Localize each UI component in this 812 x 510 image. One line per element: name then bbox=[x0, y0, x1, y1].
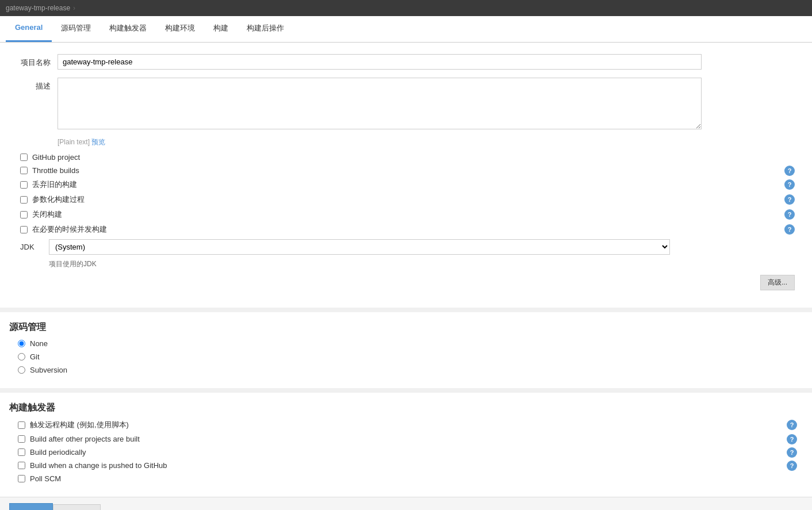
jdk-hint: 项目使用的JDK bbox=[12, 259, 800, 269]
project-name-row: 项目名称 bbox=[12, 54, 800, 70]
close-build-checkbox[interactable] bbox=[20, 211, 28, 218]
build-on-push-label: Build when a change is pushed to GitHub bbox=[30, 461, 167, 470]
close-build-help-icon[interactable]: ? bbox=[784, 209, 795, 220]
section-divider-1 bbox=[0, 308, 812, 312]
build-on-push-help-icon[interactable]: ? bbox=[787, 461, 797, 471]
project-name-label: 项目名称 bbox=[12, 54, 58, 68]
throttle-builds-checkbox[interactable] bbox=[20, 167, 28, 174]
build-after-others-help-icon[interactable]: ? bbox=[787, 434, 797, 444]
radio-subversion: Subversion bbox=[9, 366, 803, 374]
param-build-help-icon[interactable]: ? bbox=[784, 194, 795, 205]
checkbox-trigger-remote: 触发远程构建 (例如,使用脚本) ? bbox=[9, 420, 803, 430]
plain-text-hint: [Plain text] 预览 bbox=[58, 137, 800, 147]
description-label: 描述 bbox=[12, 78, 58, 91]
build-periodically-checkbox[interactable] bbox=[18, 448, 25, 456]
scm-subversion-radio[interactable] bbox=[18, 366, 25, 374]
build-trigger-section: 构建触发器 触发远程构建 (例如,使用脚本) ? Build after oth… bbox=[0, 393, 812, 497]
github-project-label: GitHub project bbox=[32, 153, 80, 162]
checkbox-close-build: 关闭构建 ? bbox=[12, 209, 800, 220]
checkbox-build-after-others: Build after other projects are built ? bbox=[9, 435, 803, 443]
scm-subversion-label: Subversion bbox=[30, 366, 67, 374]
trigger-remote-label: 触发远程构建 (例如,使用脚本) bbox=[30, 420, 129, 430]
build-periodically-help-icon[interactable]: ? bbox=[787, 447, 797, 458]
source-section-title: 源码管理 bbox=[0, 312, 812, 339]
checkbox-param-build: 参数化构建过程 ? bbox=[12, 194, 800, 205]
poll-scm-label: Poll SCM bbox=[30, 474, 61, 483]
throttle-builds-help-icon[interactable]: ? bbox=[784, 166, 795, 176]
checkbox-build-on-push: Build when a change is pushed to GitHub … bbox=[9, 461, 803, 470]
param-build-label: 参数化构建过程 bbox=[32, 194, 85, 205]
radio-none: None bbox=[9, 339, 803, 348]
breadcrumb-project[interactable]: gateway-tmp-release bbox=[6, 4, 70, 12]
checkbox-concurrent-build: 在必要的时候并发构建 ? bbox=[12, 224, 800, 235]
trigger-remote-help-icon[interactable]: ? bbox=[787, 420, 797, 430]
tab-build[interactable]: 构建 bbox=[204, 16, 238, 42]
preview-link[interactable]: 预览 bbox=[91, 138, 105, 146]
github-project-checkbox[interactable] bbox=[20, 154, 28, 161]
tab-post-build[interactable]: 构建后操作 bbox=[238, 16, 293, 42]
jdk-row: JDK (System) bbox=[12, 239, 800, 255]
apply-button[interactable]: Apply bbox=[53, 504, 101, 511]
concurrent-build-help-icon[interactable]: ? bbox=[784, 224, 795, 235]
throttle-builds-label: Throttle builds bbox=[32, 166, 79, 175]
bottom-actions: 保存 Apply 亿速云 bbox=[0, 497, 812, 510]
project-name-input[interactable] bbox=[58, 54, 702, 70]
scm-git-label: Git bbox=[30, 352, 40, 361]
checkbox-poll-scm: Poll SCM bbox=[9, 474, 803, 483]
param-build-checkbox[interactable] bbox=[20, 196, 28, 204]
tabs-bar: General 源码管理 构建触发器 构建环境 构建 构建后操作 bbox=[0, 16, 812, 43]
checkbox-github-project: GitHub project bbox=[12, 153, 800, 162]
tab-build-env[interactable]: 构建环境 bbox=[156, 16, 204, 42]
checkbox-abandon-old: 丢弃旧的构建 ? bbox=[12, 179, 800, 190]
scm-git-radio[interactable] bbox=[18, 353, 25, 361]
advanced-btn-row: 高级... bbox=[12, 275, 800, 290]
tab-build-trigger[interactable]: 构建触发器 bbox=[100, 16, 156, 42]
plain-text-label: [Plain text] bbox=[58, 138, 90, 146]
tab-source[interactable]: 源码管理 bbox=[52, 16, 100, 42]
top-bar: gateway-tmp-release › bbox=[0, 0, 812, 16]
source-section: 源码管理 None Git Subversion bbox=[0, 312, 812, 388]
checkbox-throttle-builds: Throttle builds ? bbox=[12, 166, 800, 175]
section-divider-2 bbox=[0, 388, 812, 393]
jdk-select[interactable]: (System) bbox=[49, 239, 670, 255]
trigger-remote-checkbox[interactable] bbox=[18, 421, 25, 429]
build-after-others-label: Build after other projects are built bbox=[30, 435, 140, 443]
build-on-push-checkbox[interactable] bbox=[18, 462, 25, 469]
tab-general[interactable]: General bbox=[6, 16, 52, 42]
scm-none-label: None bbox=[30, 339, 48, 348]
advanced-button[interactable]: 高级... bbox=[760, 275, 795, 290]
concurrent-build-label: 在必要的时候并发构建 bbox=[32, 224, 107, 235]
concurrent-build-checkbox[interactable] bbox=[20, 226, 28, 233]
general-section: 项目名称 描述 [Plain text] 预览 GitHub project T… bbox=[0, 43, 812, 308]
build-periodically-label: Build periodically bbox=[30, 448, 86, 457]
abandon-old-label: 丢弃旧的构建 bbox=[32, 179, 77, 190]
scm-none-radio[interactable] bbox=[18, 340, 25, 347]
close-build-label: 关闭构建 bbox=[32, 209, 62, 220]
checkbox-build-periodically: Build periodically ? bbox=[9, 448, 803, 457]
poll-scm-checkbox[interactable] bbox=[18, 475, 25, 482]
build-after-others-checkbox[interactable] bbox=[18, 435, 25, 443]
abandon-old-help-icon[interactable]: ? bbox=[784, 179, 795, 190]
description-textarea[interactable] bbox=[58, 78, 702, 129]
breadcrumb-separator: › bbox=[73, 4, 75, 12]
jdk-label: JDK bbox=[20, 243, 49, 251]
description-row: 描述 bbox=[12, 78, 800, 129]
save-button[interactable]: 保存 bbox=[9, 503, 53, 510]
build-trigger-title: 构建触发器 bbox=[0, 393, 812, 420]
radio-git: Git bbox=[9, 352, 803, 361]
abandon-old-checkbox[interactable] bbox=[20, 181, 28, 189]
